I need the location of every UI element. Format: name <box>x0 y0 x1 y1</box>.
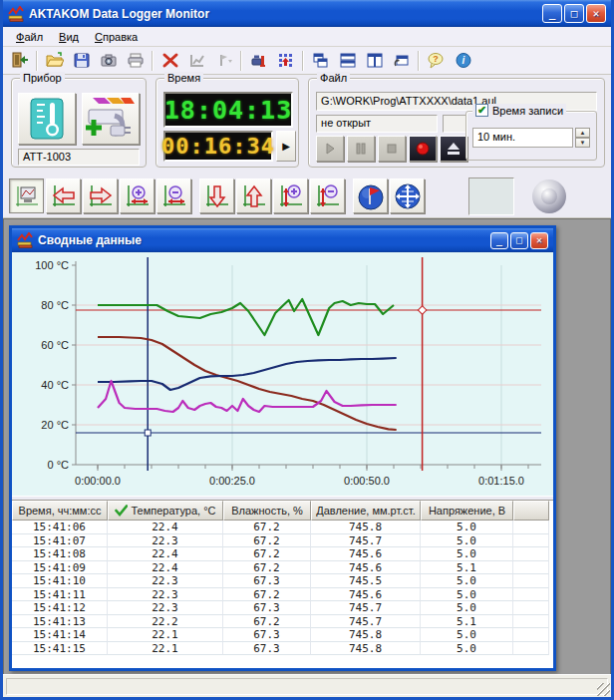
close-button[interactable]: ✕ <box>586 4 606 23</box>
summary-window-title: Сводные данные <box>38 233 490 247</box>
table-row[interactable]: 15:41:0722.367.2745.75.0 <box>12 534 553 548</box>
table-cell: 5.1 <box>421 615 513 629</box>
menu-help[interactable]: Справка <box>88 29 145 45</box>
cascade-windows-icon <box>312 52 330 69</box>
table-cell: 745.6 <box>311 561 421 575</box>
maximize-button[interactable]: □ <box>564 4 584 23</box>
pan-up-button[interactable] <box>236 178 271 213</box>
summary-maximize-button[interactable]: □ <box>510 232 528 249</box>
table-cell: 15:41:12 <box>12 601 108 615</box>
column-header[interactable]: Время, чч:мм:сс <box>12 501 108 521</box>
thermometer-button[interactable] <box>18 93 76 145</box>
save-icon <box>73 52 91 69</box>
table-cell: 22.3 <box>108 574 223 588</box>
zoom-y-out-button[interactable] <box>310 178 345 213</box>
eject-button[interactable] <box>440 136 467 162</box>
flag-marker-button[interactable] <box>353 178 388 213</box>
table-cell: 67.3 <box>223 628 311 642</box>
column-header[interactable]: Температура, °С <box>108 501 223 521</box>
help-button[interactable]: ? <box>424 49 449 73</box>
interval-spin-down[interactable]: ▼ <box>575 138 590 148</box>
table-row[interactable]: 15:41:1222.367.3745.75.0 <box>12 601 553 615</box>
arrange-windows-button[interactable] <box>389 49 414 73</box>
pan-left-button[interactable] <box>46 178 81 213</box>
column-header[interactable] <box>513 501 549 521</box>
title-bar: AKTAKOM Data Logger Monitor _ □ ✕ <box>3 0 611 27</box>
time-group-label: Время <box>164 72 203 84</box>
menu-file[interactable]: Файл <box>9 29 50 45</box>
record-time-checkbox[interactable]: ✔ <box>475 104 488 117</box>
cascade-windows-button[interactable] <box>308 49 333 73</box>
table-row[interactable]: 15:41:1022.367.3745.55.0 <box>12 574 553 588</box>
table-cell: 67.2 <box>223 534 311 548</box>
menu-view[interactable]: Вид <box>52 29 86 45</box>
summary-window[interactable]: Сводные данные _ □ ✕ 100 °C80 °C60 °C40 … <box>9 225 556 671</box>
tile-vertical-button[interactable] <box>362 49 387 73</box>
column-header[interactable]: Напряжение, В <box>421 501 513 521</box>
table-row[interactable]: 15:41:1122.367.2745.65.0 <box>12 588 553 602</box>
device-model-field: АТТ-1003 <box>18 149 140 166</box>
delete-button[interactable] <box>157 49 182 73</box>
table-row[interactable]: 15:41:0922.467.2745.65.1 <box>12 561 553 575</box>
time-expand-button[interactable]: ▶ <box>276 131 296 162</box>
summary-minimize-button[interactable]: _ <box>490 232 508 249</box>
exit-button[interactable] <box>7 49 32 73</box>
minimize-button[interactable]: _ <box>542 4 562 23</box>
read-data-button[interactable] <box>273 49 298 73</box>
marker-menu-button[interactable] <box>211 49 236 73</box>
table-row[interactable]: 15:41:1522.167.3745.85.0 <box>12 642 553 656</box>
pause-button[interactable] <box>347 136 375 162</box>
snapshot-icon <box>100 52 118 69</box>
toolbar-separator <box>240 51 242 71</box>
svg-text:0:00:25.0: 0:00:25.0 <box>209 475 255 487</box>
file-group: Файл G:\WORK\Prog\ATTXXXX\data1.aul не о… <box>308 78 605 168</box>
tile-horizontal-button[interactable] <box>335 49 360 73</box>
summary-close-button[interactable]: ✕ <box>530 232 548 249</box>
device-group-label: Прибор <box>20 72 65 84</box>
table-cell-filler <box>513 534 549 548</box>
table-cell: 22.4 <box>108 547 223 561</box>
table-cell: 5.0 <box>421 601 513 615</box>
table-row[interactable]: 15:41:1422.167.3745.85.0 <box>12 628 553 642</box>
table-cell-filler <box>513 521 549 534</box>
table-cell: 22.2 <box>108 615 223 629</box>
snapshot-button[interactable] <box>96 49 121 73</box>
save-button[interactable] <box>69 49 94 73</box>
table-header-row: Время, чч:мм:ссТемпература, °СВлажность,… <box>12 501 553 521</box>
column-header[interactable]: Влажность, % <box>223 501 311 521</box>
speaker-knob-button[interactable] <box>532 179 566 213</box>
zoom-y-in-button[interactable] <box>273 178 308 213</box>
svg-text:?: ? <box>433 54 439 64</box>
connect-plug-icon <box>85 96 137 142</box>
pan-down-button[interactable] <box>199 178 234 213</box>
connect-device-button[interactable] <box>82 93 140 145</box>
menu-bar: Файл Вид Справка <box>3 27 611 47</box>
copy-chart-button[interactable] <box>184 49 209 73</box>
column-header[interactable]: Давление, мм.рт.ст. <box>311 501 421 521</box>
table-cell: 5.0 <box>421 628 513 642</box>
zoom-x-out-button[interactable] <box>156 178 191 213</box>
table-row[interactable]: 15:41:0822.467.2745.65.0 <box>12 547 553 561</box>
trend-chart[interactable]: 100 °C80 °C60 °C40 °C20 °C0 °C0:00:00.00… <box>12 252 553 496</box>
move-crosshair-button[interactable] <box>390 178 425 213</box>
interval-input[interactable]: 10 мин. <box>472 128 573 148</box>
table-row[interactable]: 15:41:0622.467.2745.85.0 <box>12 521 553 534</box>
stop-button[interactable] <box>378 136 406 162</box>
interval-spin-up[interactable]: ▲ <box>575 128 590 138</box>
play-button[interactable] <box>316 136 344 162</box>
chart-view-button[interactable] <box>9 178 44 213</box>
zoom-x-in-button[interactable] <box>120 178 154 213</box>
print-button[interactable] <box>123 49 148 73</box>
record-button[interactable] <box>409 136 437 162</box>
about-button[interactable]: i <box>451 49 475 73</box>
open-file-button[interactable] <box>42 49 67 73</box>
device-setup-button[interactable] <box>246 49 271 73</box>
pan-right-button[interactable] <box>83 178 118 213</box>
toolbar-separator <box>418 51 420 71</box>
table-row[interactable]: 15:41:1322.267.2745.75.1 <box>12 615 553 629</box>
table-cell: 15:41:09 <box>12 561 108 575</box>
resize-grip[interactable] <box>597 683 610 696</box>
elapsed-display: 00:16:34 <box>163 131 273 162</box>
table-cell: 67.3 <box>223 642 311 656</box>
table-cell: 15:41:07 <box>12 534 108 548</box>
